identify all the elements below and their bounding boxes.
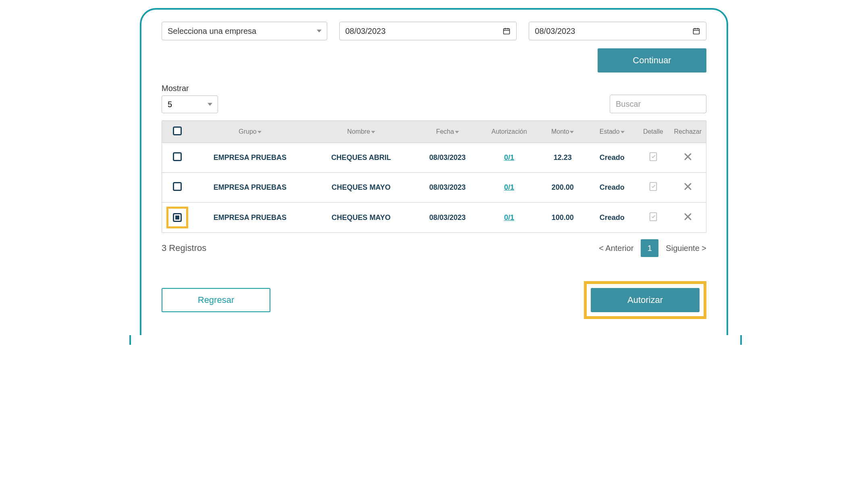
regresar-button[interactable]: Regresar [162,288,270,312]
cell-fecha: 08/03/2023 [415,203,480,233]
header-nombre[interactable]: Nombre [347,128,370,135]
select-all-checkbox[interactable] [173,126,182,135]
table-header: Grupo Nombre Fecha Autorización Monto Es… [162,121,706,143]
main-content: Selecciona una empresa 08/03/2023 08/03/… [162,22,706,319]
actions-row: Regresar Autorizar [162,281,706,319]
cell-grupo: EMPRESA PRUEBAS [193,173,308,203]
svg-rect-0 [504,29,510,34]
table-body: EMPRESA PRUEBASCHEQUES ABRIL08/03/20230/… [162,143,706,233]
pagination-next[interactable]: Siguiente > [666,244,706,253]
filters-row: Selecciona una empresa 08/03/2023 08/03/… [162,22,706,40]
pagination: < Anterior 1 Siguiente > [599,239,706,257]
autorizacion-link[interactable]: 0/1 [504,183,514,191]
header-rechazar: Rechazar [674,128,702,135]
sort-icon [371,131,375,133]
svg-rect-14 [650,213,656,221]
empresa-placeholder: Selecciona una empresa [168,27,256,36]
header-monto[interactable]: Monto [551,128,569,135]
continue-row: Continuar [162,48,706,73]
close-icon[interactable] [683,152,693,162]
mostrar-label: Mostrar [162,84,218,93]
fecha-hasta-input[interactable]: 08/03/2023 [529,22,706,40]
checkbox-highlight [166,207,188,228]
fecha-hasta-value: 08/03/2023 [535,27,575,36]
pagination-current[interactable]: 1 [641,239,658,257]
data-table: Grupo Nombre Fecha Autorización Monto Es… [162,121,706,232]
autorizacion-link[interactable]: 0/1 [504,213,514,222]
header-grupo[interactable]: Grupo [239,128,256,135]
svg-rect-11 [650,182,656,191]
empresa-select[interactable]: Selecciona una empresa [162,22,327,40]
row-checkbox[interactable] [173,213,182,222]
table-row: EMPRESA PRUEBASCHEQUES MAYO08/03/20230/1… [162,173,706,203]
fecha-desde-input[interactable]: 08/03/2023 [339,22,517,40]
calendar-icon [503,27,511,35]
cell-estado: Creado [587,173,636,203]
cell-estado: Creado [587,143,636,173]
row-checkbox[interactable] [173,182,182,191]
sort-icon [455,131,459,133]
detail-icon[interactable] [649,152,657,162]
detail-icon[interactable] [649,212,657,222]
detail-icon[interactable] [649,182,657,191]
calendar-icon [692,27,700,35]
close-icon[interactable] [683,212,693,222]
laptop-base [129,335,742,345]
sort-icon [257,131,262,133]
cell-estado: Creado [587,203,636,233]
laptop-frame: Selecciona una empresa 08/03/2023 08/03/… [140,8,728,337]
cell-monto: 12.23 [538,143,587,173]
records-count: 3 Registros [162,243,206,253]
cell-monto: 100.00 [538,203,587,233]
header-detalle: Detalle [643,128,663,135]
chevron-down-icon [208,103,212,106]
header-autorizacion: Autorización [492,128,527,135]
search-input[interactable] [610,95,706,113]
table-row: EMPRESA PRUEBASCHEQUES MAYO08/03/20230/1… [162,203,706,233]
close-icon[interactable] [683,182,693,191]
show-group: Mostrar 5 [162,84,218,113]
sort-icon [570,131,574,133]
sort-icon [621,131,625,133]
svg-rect-4 [694,29,700,34]
cell-fecha: 08/03/2023 [415,143,480,173]
table-row: EMPRESA PRUEBASCHEQUES ABRIL08/03/20230/… [162,143,706,173]
cell-fecha: 08/03/2023 [415,173,480,203]
authorize-highlight: Autorizar [584,281,706,319]
header-fecha[interactable]: Fecha [436,128,454,135]
fecha-desde-value: 08/03/2023 [345,27,386,36]
cell-grupo: EMPRESA PRUEBAS [193,203,308,233]
chevron-down-icon [317,30,322,33]
cell-nombre: CHEQUES ABRIL [307,143,414,173]
svg-rect-8 [650,153,656,161]
continuar-button[interactable]: Continuar [598,48,706,73]
table-wrapper: Grupo Nombre Fecha Autorización Monto Es… [162,120,706,233]
header-estado[interactable]: Estado [600,128,620,135]
cell-grupo: EMPRESA PRUEBAS [193,143,308,173]
cell-monto: 200.00 [538,173,587,203]
autorizar-button[interactable]: Autorizar [591,288,700,312]
footer-row: 3 Registros < Anterior 1 Siguiente > [162,239,706,257]
autorizacion-link[interactable]: 0/1 [504,153,514,162]
controls-row: Mostrar 5 [162,84,706,113]
row-checkbox[interactable] [173,152,182,161]
mostrar-value: 5 [168,100,172,109]
empresa-select-wrapper: Selecciona una empresa [162,22,327,40]
cell-nombre: CHEQUES MAYO [307,173,414,203]
cell-nombre: CHEQUES MAYO [307,203,414,233]
pagination-prev[interactable]: < Anterior [599,244,633,253]
